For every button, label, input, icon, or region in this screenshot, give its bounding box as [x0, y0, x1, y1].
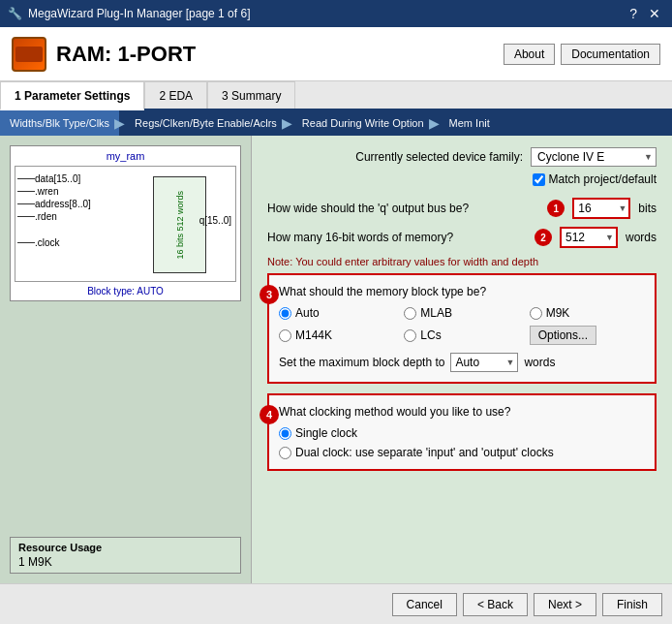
diagram-footer: Block type: AUTO: [15, 286, 236, 296]
about-button[interactable]: About: [504, 44, 555, 65]
radio-dual-clock-label: Dual clock: use separate 'input' and 'ou…: [295, 446, 554, 459]
tab-label: 2 EDA: [159, 89, 193, 103]
radio-lcs-input[interactable]: [404, 329, 416, 342]
radio-m144k-label: M144K: [295, 328, 332, 342]
q-width-row: How wide should the 'q' output bus be? 1…: [267, 198, 657, 219]
match-row: Match project/default: [267, 172, 657, 186]
radio-m9k: M9K: [530, 306, 645, 320]
radio-m144k-input[interactable]: [279, 329, 291, 342]
radio-single-clock-label: Single clock: [295, 426, 357, 440]
page-title: RAM: 1-PORT: [56, 42, 196, 67]
title-bar-title: MegaWizard Plug-In Manager [page 1 of 6]: [28, 7, 250, 20]
depth-unit: words: [524, 356, 555, 369]
radio-auto-label: Auto: [295, 306, 320, 320]
match-label: Match project/default: [549, 172, 657, 186]
left-panel: my_ram data[15..0] .wren address[8..0] .…: [0, 136, 252, 583]
header: RAM: 1-PORT About Documentation: [0, 27, 672, 81]
q-width-unit: bits: [638, 202, 657, 215]
section-num-4: 4: [260, 405, 279, 424]
word-depth-row: How many 16-bit words of memory? 2 51225…: [267, 227, 657, 248]
tab-parameter-settings[interactable]: 1 Parameter Settings: [0, 81, 144, 110]
word-depth-unit: words: [626, 231, 657, 244]
radio-dual-clock: Dual clock: use separate 'input' and 'ou…: [279, 446, 645, 459]
footer-bar: Cancel < Back Next > Finish: [0, 583, 672, 624]
section-3-title: What should the memory block type be?: [279, 285, 645, 298]
section-3-box: 3 What should the memory block type be? …: [267, 273, 657, 384]
q-width-select[interactable]: 16832: [572, 198, 630, 219]
ram-icon: [12, 37, 46, 72]
radio-single-clock: Single clock: [279, 426, 645, 440]
tabs-row: 1 Parameter Settings 2 EDA 3 Summary: [0, 81, 672, 110]
device-select[interactable]: Cyclone IV E: [531, 147, 657, 167]
q-width-label: How wide should the 'q' output bus be?: [267, 202, 539, 215]
depth-label: Set the maximum block depth to: [279, 356, 444, 369]
step-widths[interactable]: Widths/Blk Type/Clks: [0, 110, 119, 136]
section-4-box: 4 What clocking method would you like to…: [267, 393, 657, 471]
radio-lcs: LCs: [404, 326, 519, 345]
resource-value: 1 M9K: [18, 555, 232, 569]
title-bar-icon: 🔧: [8, 7, 22, 20]
step-read[interactable]: Read During Write Option: [287, 110, 434, 136]
help-button[interactable]: ?: [626, 7, 641, 20]
tab-label: 3 Summary: [222, 89, 281, 103]
clock-options: Single clock Dual clock: use separate 'i…: [279, 426, 645, 459]
diagram-inner: data[15..0] .wren address[8..0] .rden .c…: [15, 166, 236, 282]
resource-box: Resource Usage 1 M9K: [10, 537, 241, 574]
step-num-1: 1: [547, 200, 565, 217]
radio-grid-blocktype: Auto MLAB M9K M144K LCs: [279, 306, 645, 345]
step-num-2: 2: [535, 229, 552, 246]
depth-select[interactable]: Auto256512: [450, 353, 518, 372]
depth-row: Set the maximum block depth to Auto25651…: [279, 353, 645, 372]
step-meminit[interactable]: Mem Init: [434, 110, 500, 136]
close-button[interactable]: ✕: [645, 7, 664, 20]
right-panel: Currently selected device family: Cyclon…: [252, 136, 672, 583]
radio-auto: Auto: [279, 306, 394, 320]
radio-mlab-input[interactable]: [404, 307, 416, 320]
tab-eda[interactable]: 2 EDA: [144, 81, 207, 109]
tab-summary[interactable]: 3 Summary: [207, 81, 295, 109]
tab-label: 1 Parameter Settings: [15, 89, 130, 103]
device-label: Currently selected device family:: [355, 150, 523, 164]
diagram-title: my_ram: [15, 150, 236, 162]
step-regs[interactable]: Regs/Clken/Byte Enable/Aclrs: [119, 110, 287, 136]
radio-m144k: M144K: [279, 326, 394, 345]
section-num-3: 3: [260, 285, 279, 304]
steps-row: Widths/Blk Type/Clks Regs/Clken/Byte Ena…: [0, 110, 672, 136]
diagram-box: my_ram data[15..0] .wren address[8..0] .…: [10, 145, 241, 301]
main-content: my_ram data[15..0] .wren address[8..0] .…: [0, 136, 672, 583]
back-button[interactable]: < Back: [463, 593, 528, 616]
radio-mlab: MLAB: [404, 306, 519, 320]
word-depth-label: How many 16-bit words of memory?: [267, 231, 527, 244]
options-button[interactable]: Options...: [530, 326, 596, 345]
match-checkbox[interactable]: [533, 173, 545, 186]
title-bar: 🔧 MegaWizard Plug-In Manager [page 1 of …: [0, 0, 672, 27]
section-4-title: What clocking method would you like to u…: [279, 405, 645, 419]
note-text: Note: You could enter arbitrary values f…: [267, 256, 657, 267]
q-output: q[15..0]: [199, 215, 231, 226]
radio-auto-input[interactable]: [279, 307, 291, 320]
radio-m9k-label: M9K: [546, 306, 570, 320]
resource-title: Resource Usage: [18, 542, 232, 553]
radio-m9k-input[interactable]: [530, 307, 542, 320]
device-row: Currently selected device family: Cyclon…: [267, 147, 657, 167]
radio-mlab-label: MLAB: [420, 306, 452, 320]
radio-dual-clock-input[interactable]: [279, 447, 291, 459]
word-depth-select[interactable]: 5122561024: [560, 227, 618, 248]
cancel-button[interactable]: Cancel: [392, 593, 457, 616]
next-button[interactable]: Next >: [534, 593, 596, 616]
radio-lcs-label: LCs: [420, 328, 441, 342]
documentation-button[interactable]: Documentation: [561, 44, 660, 65]
radio-single-clock-input[interactable]: [279, 427, 291, 440]
finish-button[interactable]: Finish: [602, 593, 662, 616]
